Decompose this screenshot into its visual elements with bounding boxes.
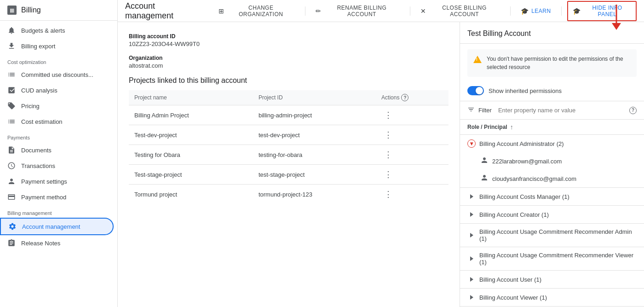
show-inherited-toggle[interactable] [467, 86, 484, 95]
rename-icon: ✏ [316, 7, 322, 15]
budgets-alerts-label: Budgets & alerts [21, 27, 65, 34]
sidebar-item-committed-use[interactable]: Committed use discounts... [0, 67, 114, 82]
roles-list: ▾ Billing Account Administrator (2) 222l… [460, 135, 644, 307]
sort-icon[interactable]: ↑ [510, 123, 513, 131]
permission-warning: You don't have permission to edit the pe… [467, 49, 637, 77]
close-billing-icon: ✕ [420, 7, 426, 15]
organization-label: Organization [129, 55, 448, 61]
rename-billing-account-button[interactable]: ✏ RENAME BILLING ACCOUNT [311, 2, 404, 20]
toggle-knob [476, 87, 483, 94]
role-item: ▾ Billing Account Administrator (2) 222l… [460, 135, 644, 188]
role-member: cloudysanfrancisco@gmail.com [460, 170, 644, 187]
payment-settings-label: Payment settings [21, 178, 67, 185]
warning-icon [473, 55, 482, 64]
kebab-menu-button[interactable]: ⋮ [381, 130, 395, 140]
project-id-cell: test-stage-project [253, 165, 376, 185]
pricing-icon [7, 102, 16, 110]
table-row: Billing Admin Project billing-admin-proj… [129, 105, 448, 125]
project-name-cell: Test-stage-project [129, 165, 253, 185]
billing-management-section-label: Billing management [0, 205, 117, 218]
topbar-actions: ⊞ CHANGE ORGANIZATION ✏ RENAME BILLING A… [214, 1, 637, 21]
role-principal-header: Role / Principal ↑ [460, 120, 644, 135]
member-email: cloudysanfrancisco@gmail.com [492, 175, 576, 182]
kebab-menu-button[interactable]: ⋮ [381, 150, 395, 160]
close-billing-account-button[interactable]: ✕ CLOSE BILLING ACCOUNT [416, 2, 505, 20]
sidebar-item-transactions[interactable]: Transactions [0, 158, 114, 174]
sidebar-item-payment-settings[interactable]: Payment settings [0, 174, 114, 189]
warning-triangle-icon [473, 56, 482, 63]
project-id-cell: testing-for-obara [253, 145, 376, 165]
change-org-icon: ⊞ [218, 7, 224, 15]
sidebar-item-account-management[interactable]: Account management [0, 218, 114, 235]
divider-4 [561, 6, 562, 16]
sidebar: ▦ Billing Budgets & alerts Billing expor… [0, 0, 118, 307]
role-name: Billing Account Usage Commitment Recomme… [479, 252, 637, 266]
change-organization-button[interactable]: ⊞ CHANGE ORGANIZATION [214, 2, 299, 20]
cost-estimation-label: Cost estimation [21, 118, 63, 125]
role-member: 222larabrown@gmail.com [460, 152, 644, 170]
project-id-cell: billing-admin-project [253, 105, 376, 125]
actions-cell: ⋮ [376, 185, 448, 204]
sidebar-item-cost-estimation[interactable]: Cost estimation [0, 114, 114, 129]
sidebar-item-budgets-alerts[interactable]: Budgets & alerts [0, 23, 114, 38]
role-header[interactable]: Billing Account User (1) [460, 271, 644, 288]
project-name-cell: Test-dev-project [129, 125, 253, 145]
kebab-menu-button[interactable]: ⋮ [381, 189, 395, 199]
collapse-icon [467, 293, 476, 301]
sidebar-item-cud-analysis[interactable]: CUD analysis [0, 82, 114, 98]
role-expand-icon [467, 293, 476, 301]
filter-input[interactable] [498, 107, 626, 114]
account-management-icon [8, 222, 17, 231]
actions-help-icon[interactable]: ? [401, 94, 408, 101]
organization-field: Organization altostrat.com [129, 55, 448, 69]
filter-help-icon[interactable]: ? [629, 107, 637, 114]
cud-analysis-label: CUD analysis [21, 87, 58, 94]
show-inherited-label: Show inherited permissions [489, 87, 562, 94]
divider-2 [410, 6, 410, 16]
role-header[interactable]: Billing Account Usage Commitment Recomme… [460, 247, 644, 270]
cost-optimization-section-label: Cost optimization [0, 54, 117, 67]
release-notes-icon [7, 239, 16, 247]
topbar: Account management ⊞ CHANGE ORGANIZATION… [118, 0, 644, 22]
sidebar-item-billing-export[interactable]: Billing export [0, 38, 114, 54]
learn-button[interactable]: 🎓 LEARN [516, 5, 556, 17]
app-title: Billing [21, 6, 41, 14]
sidebar-item-release-notes[interactable]: Release Notes [0, 235, 114, 251]
committed-use-icon [7, 70, 16, 79]
col-project-id: Project ID [253, 90, 376, 105]
info-panel-title: Test Billing Account [460, 22, 644, 44]
person-icon [480, 156, 489, 166]
sidebar-item-pricing[interactable]: Pricing [0, 98, 114, 114]
role-name: Billing Account Administrator (2) [479, 140, 637, 147]
role-name: Billing Account Usage Commitment Recomme… [479, 228, 637, 242]
role-item: Billing Account Creator (1) [460, 206, 644, 224]
project-name-cell: Testing for Obara [129, 145, 253, 165]
role-header[interactable]: Billing Account Creator (1) [460, 206, 644, 223]
divider-3 [510, 6, 511, 16]
projects-section-title: Projects linked to this billing account [129, 76, 448, 85]
filter-icon [467, 106, 475, 115]
actions-cell: ⋮ [376, 125, 448, 145]
actions-cell: ⋮ [376, 105, 448, 125]
kebab-menu-button[interactable]: ⋮ [381, 169, 395, 180]
pricing-label: Pricing [21, 103, 40, 110]
collapse-icon [467, 210, 476, 219]
table-row: Tormund project tormund-project-123 ⋮ [129, 185, 448, 204]
role-header[interactable]: Billing Account Usage Commitment Recomme… [460, 224, 644, 247]
sidebar-item-payment-method[interactable]: Payment method [0, 189, 114, 205]
documents-label: Documents [21, 147, 52, 154]
role-expand-icon [467, 210, 476, 219]
filter-row: Filter ? [460, 101, 644, 120]
collapse-icon [467, 231, 476, 239]
role-header[interactable]: Billing Account Costs Manager (1) [460, 188, 644, 205]
show-inherited-row: Show inherited permissions [460, 82, 644, 101]
billing-id-field: Billing account ID 10ZZ23-203O44-WW99T0 [129, 33, 448, 47]
kebab-menu-button[interactable]: ⋮ [381, 110, 395, 120]
collapse-icon [467, 255, 476, 263]
sidebar-item-documents[interactable]: Documents [0, 142, 114, 158]
role-header[interactable]: Billing Account Viewer (1) [460, 289, 644, 306]
role-header[interactable]: ▾ Billing Account Administrator (2) [460, 135, 644, 152]
account-management-label: Account management [22, 223, 80, 230]
release-notes-label: Release Notes [21, 240, 60, 247]
hide-info-panel-button[interactable]: 🎓 HIDE INFO PANEL [567, 1, 637, 21]
